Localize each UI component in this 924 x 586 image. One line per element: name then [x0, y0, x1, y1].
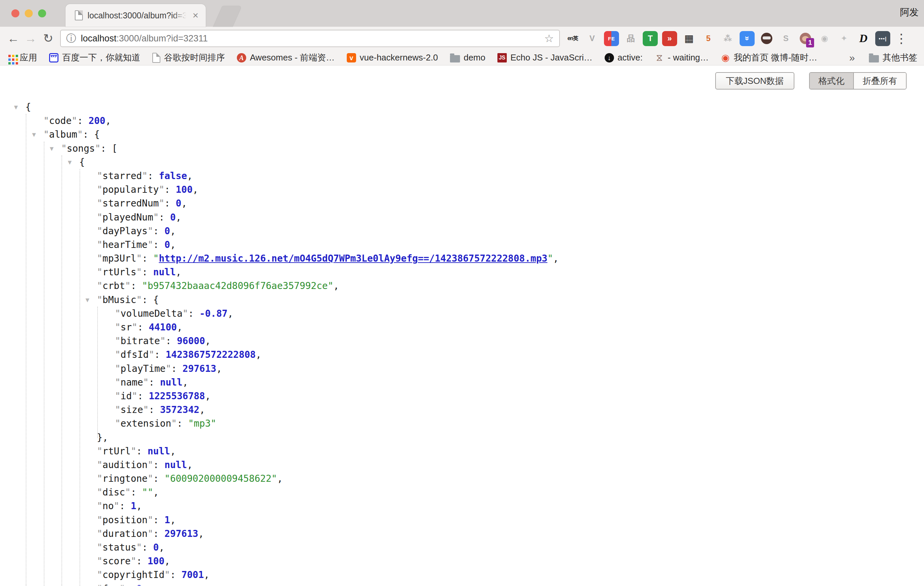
json-tree: ▼{"code": 200,▼"album": {▼"songs": [▼{"s… — [0, 66, 924, 586]
json-key: disc — [102, 487, 125, 498]
bookmark-item[interactable]: 爫百度一下，你就知道 — [49, 52, 140, 63]
json-token: " — [115, 377, 120, 388]
bookmark-label: vue-hackernews-2.0 — [360, 53, 438, 63]
bookmark-item[interactable]: 谷歌按时间排序 — [152, 52, 225, 63]
chrome-menu-icon[interactable]: ⋮ — [895, 32, 908, 45]
video-speed-icon[interactable]: » — [662, 31, 677, 46]
s-icon[interactable]: S — [778, 31, 794, 46]
forward-icon[interactable]: → — [22, 32, 40, 45]
traffic-lights — [12, 9, 46, 17]
collapse-arrow-icon[interactable]: ▼ — [50, 142, 53, 155]
json-token: " — [119, 583, 125, 586]
collapse-arrow-icon[interactable]: ▼ — [32, 128, 36, 141]
profile-name[interactable]: 阿发 — [900, 6, 919, 19]
json-token: " — [148, 473, 153, 484]
json-link-value[interactable]: http://m2.music.126.net/mO4G5dQ7WPm3Le0l… — [159, 253, 547, 264]
download-circle-icon: ↓ — [605, 53, 614, 63]
bookmark-item[interactable]: ↓active: — [605, 53, 643, 63]
close-window-button[interactable] — [12, 9, 19, 17]
json-token: : — [125, 583, 136, 586]
json-token: " — [97, 556, 102, 567]
json-line-popularity: "popularity": 100, — [0, 183, 924, 196]
json-null-value: null — [164, 459, 187, 470]
json-line-duration: "duration": 297613, — [0, 527, 924, 541]
collapse-all-button[interactable]: 折叠所有 — [854, 73, 906, 89]
dots-tile-icon[interactable]: •••| — [875, 31, 890, 46]
html5-player-icon[interactable]: 5 — [701, 31, 716, 46]
json-token: " — [115, 335, 120, 347]
bookmark-item[interactable]: AAwesomes - 前端资… — [237, 52, 335, 63]
address-bar[interactable]: ⓘ localhost :3000/album?id=32311 ☆ — [60, 30, 560, 47]
bookmarks-overflow-chevron-icon[interactable]: » — [849, 52, 855, 63]
vue-devtools-icon[interactable]: V — [584, 31, 600, 46]
collapse-arrow-icon[interactable]: ▼ — [86, 293, 89, 307]
bookmark-star-icon[interactable]: ☆ — [544, 32, 554, 45]
json-token: : — [142, 294, 153, 305]
json-token: : — [172, 363, 183, 374]
indent-guide — [97, 307, 98, 438]
paw-icon[interactable]: ⁂ — [720, 31, 735, 46]
json-token: " — [97, 487, 102, 498]
weibo-icon: ◉ — [721, 53, 730, 63]
collapse-arrow-icon[interactable]: ▼ — [68, 155, 71, 169]
bookmark-item[interactable]: ◉我的首页 微博-随时… — [721, 52, 817, 63]
minimize-window-button[interactable] — [25, 9, 33, 17]
new-tab-button[interactable] — [213, 6, 242, 27]
awesomes-icon: A — [237, 53, 246, 63]
json-key: mp3Url — [102, 253, 136, 264]
bookmark-label: Awesomes - 前端资… — [250, 52, 335, 63]
reload-icon[interactable]: ↻ — [40, 32, 57, 45]
json-num-value: 1225536788 — [148, 391, 205, 401]
vimium-icon[interactable]: » — [739, 31, 755, 46]
json-line-ringtone: "ringtone": "600902000009458622", — [0, 472, 924, 485]
bookmark-item[interactable]: ⧖- waiting… — [655, 53, 709, 63]
bookmark-item[interactable]: 应用 — [7, 52, 37, 63]
json-token: " — [136, 267, 142, 277]
back-icon[interactable]: ← — [5, 32, 22, 45]
fe-helper-icon[interactable]: FE — [604, 31, 619, 46]
download-json-button[interactable]: 下载JSON数据 — [715, 72, 794, 89]
d-icon[interactable]: D — [856, 31, 871, 46]
json-num-value: 1 — [164, 515, 170, 525]
format-button[interactable]: 格式化 — [810, 73, 854, 89]
indent-guide — [61, 155, 62, 586]
json-open-bracket: { — [94, 129, 100, 140]
qr-code-icon[interactable]: ▦ — [681, 31, 696, 46]
json-line-position: "position": 1, — [0, 513, 924, 527]
extension-badge: 1 — [806, 38, 814, 48]
bookmark-item[interactable]: JSEcho JS - JavaScri… — [497, 53, 592, 63]
json-token: , — [200, 404, 205, 415]
other-bookmarks-folder[interactable]: 其他书签 — [869, 52, 917, 63]
url-host: localhost — [81, 33, 117, 44]
monkey-icon[interactable]: 1 — [798, 31, 813, 46]
site-info-icon[interactable]: ⓘ — [66, 32, 76, 45]
json-token: " — [132, 322, 138, 333]
json-bool-value: false — [159, 170, 187, 182]
json-num-value: 100 — [148, 556, 165, 567]
translate-icon[interactable]: en英 — [565, 31, 580, 46]
json-token: : — [137, 391, 148, 401]
json-token: : — [137, 322, 148, 333]
json-line-sr: "sr": 44100, — [0, 320, 924, 334]
json-token: , — [198, 528, 204, 539]
json-token: : — [153, 528, 165, 539]
page-content: 下载JSON数据 格式化 折叠所有 ▼{"code": 200,▼"album"… — [0, 66, 924, 586]
bookmark-item[interactable]: vvue-hackernews-2.0 — [347, 53, 438, 63]
tab-close-icon[interactable]: × — [192, 10, 198, 20]
weibo-gray-icon[interactable]: ◉ — [817, 31, 832, 46]
browser-tab[interactable]: localhost:3000/album?id=323 × — [66, 4, 206, 27]
sitemap-icon[interactable]: 品 — [623, 31, 639, 46]
ninja-icon[interactable] — [759, 31, 774, 46]
json-key: bitrate — [120, 335, 160, 347]
indent-guide — [44, 142, 45, 586]
hummingbird-icon[interactable]: ✦ — [837, 31, 851, 46]
zoom-window-button[interactable] — [38, 9, 46, 17]
json-token: : — [154, 349, 166, 360]
tampermonkey-icon[interactable]: T — [643, 31, 658, 46]
json-token: " — [97, 226, 102, 236]
json-null-value: null — [153, 267, 176, 277]
collapse-arrow-icon[interactable]: ▼ — [14, 100, 18, 114]
bookmark-item[interactable]: demo — [450, 53, 485, 63]
json-key: dfsId — [120, 349, 148, 360]
view-mode-segmented-control: 格式化 折叠所有 — [809, 72, 907, 89]
